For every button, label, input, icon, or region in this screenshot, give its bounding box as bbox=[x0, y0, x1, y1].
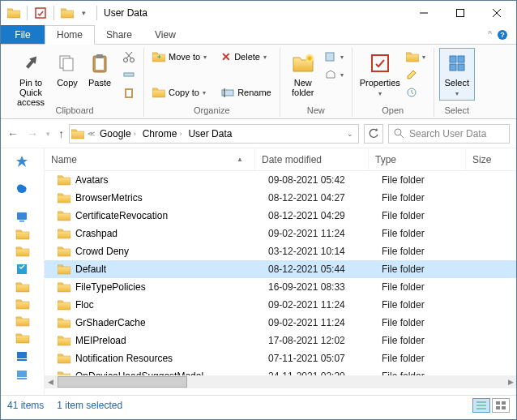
new-item-button[interactable]: ▾ bbox=[321, 48, 347, 66]
svg-line-15 bbox=[126, 52, 131, 58]
table-row[interactable]: Avatars09-08-2021 05:42File folder bbox=[45, 171, 516, 189]
svg-rect-31 bbox=[17, 212, 27, 220]
table-row[interactable]: GrShaderCache09-02-2021 11:24File folder bbox=[45, 314, 516, 332]
column-size[interactable]: Size bbox=[466, 148, 516, 170]
minimize-button[interactable] bbox=[405, 1, 442, 25]
table-row[interactable]: FileTypePolicies16-09-2021 08:33File fol… bbox=[45, 278, 516, 296]
svg-rect-19 bbox=[222, 90, 233, 96]
cut-button[interactable] bbox=[119, 48, 139, 66]
navigation-tree[interactable] bbox=[1, 148, 45, 395]
table-row[interactable]: Default08-12-2021 05:44File folder bbox=[45, 260, 516, 278]
move-to-button[interactable]: Move to ▾ bbox=[149, 48, 210, 66]
qat-properties-icon[interactable] bbox=[34, 6, 47, 19]
svg-rect-36 bbox=[17, 371, 27, 377]
table-row[interactable]: Floc09-02-2021 11:24File folder bbox=[45, 296, 516, 314]
new-group-label: New bbox=[285, 105, 347, 117]
back-button[interactable]: ← bbox=[7, 127, 19, 140]
svg-rect-28 bbox=[458, 64, 464, 71]
svg-point-29 bbox=[395, 129, 401, 135]
history-button[interactable] bbox=[403, 84, 429, 101]
open-button[interactable]: ▾ bbox=[403, 48, 429, 66]
delete-button[interactable]: ✕Delete ▾ bbox=[218, 48, 275, 66]
select-button[interactable]: Select▾ bbox=[439, 48, 475, 101]
status-bar: 41 items 1 item selected bbox=[1, 395, 516, 414]
help-icon[interactable]: ? bbox=[497, 29, 508, 41]
up-button[interactable]: ↑ bbox=[58, 127, 64, 140]
folder-icon bbox=[7, 6, 20, 19]
open-group-label: Open bbox=[357, 105, 429, 117]
address-dropdown-icon[interactable]: ⌄ bbox=[344, 130, 357, 138]
file-tab[interactable]: File bbox=[1, 25, 45, 44]
table-row[interactable]: Notification Resources07-11-2021 05:07Fi… bbox=[45, 349, 516, 367]
clipboard-group-label: Clipboard bbox=[11, 105, 139, 117]
forward-button[interactable]: → bbox=[27, 127, 38, 140]
qat-chevron-icon[interactable]: ▾ bbox=[77, 6, 90, 19]
svg-point-13 bbox=[130, 58, 135, 62]
edit-button[interactable] bbox=[403, 66, 429, 84]
breadcrumb-item[interactable]: Chrome› bbox=[141, 128, 184, 139]
svg-rect-44 bbox=[502, 406, 506, 409]
table-row[interactable]: Crowd Deny03-12-2021 10:14File folder bbox=[45, 242, 516, 260]
horizontal-scrollbar[interactable]: ◀ ▶ bbox=[45, 375, 516, 388]
address-bar[interactable]: ≪ Google› Chrome› User Data ⌄ bbox=[69, 124, 359, 144]
svg-rect-25 bbox=[450, 56, 456, 62]
copy-to-button[interactable]: Copy to ▾ bbox=[149, 84, 210, 101]
thumbnails-view-button[interactable] bbox=[492, 398, 510, 413]
easy-access-button[interactable]: ▾ bbox=[321, 66, 347, 84]
svg-rect-35 bbox=[17, 359, 27, 361]
svg-rect-43 bbox=[496, 406, 500, 409]
close-button[interactable] bbox=[478, 1, 515, 25]
svg-rect-8 bbox=[63, 58, 73, 71]
column-type[interactable]: Type bbox=[369, 148, 466, 170]
search-icon bbox=[394, 128, 404, 139]
tab-share[interactable]: Share bbox=[95, 25, 143, 44]
svg-rect-33 bbox=[17, 264, 27, 274]
svg-rect-26 bbox=[458, 56, 464, 62]
properties-button[interactable]: Properties▾ bbox=[357, 48, 403, 101]
svg-rect-22 bbox=[326, 53, 334, 61]
table-row[interactable]: OnDeviceHeadSuggestModel24-11-2021 02:30… bbox=[45, 367, 516, 375]
folder-icon bbox=[61, 6, 74, 19]
column-name[interactable]: Name▲ bbox=[45, 148, 255, 170]
svg-line-14 bbox=[126, 52, 132, 58]
status-selected: 1 item selected bbox=[57, 400, 122, 411]
refresh-button[interactable] bbox=[364, 124, 383, 144]
ribbon: Pin to Quick access Copy Paste Clipboard… bbox=[1, 45, 516, 119]
details-view-button[interactable] bbox=[472, 398, 490, 413]
window-title: User Data bbox=[104, 7, 147, 19]
table-row[interactable]: Crashpad09-02-2021 11:24File folder bbox=[45, 225, 516, 242]
svg-rect-37 bbox=[17, 378, 27, 379]
ribbon-tabs: File Home Share View ^ ? bbox=[1, 25, 516, 45]
paste-shortcut-button[interactable] bbox=[119, 84, 139, 101]
svg-rect-2 bbox=[456, 10, 464, 17]
recent-locations-button[interactable]: ▾ bbox=[46, 130, 50, 138]
table-row[interactable]: BrowserMetrics08-12-2021 04:27File folde… bbox=[45, 189, 516, 207]
folder-icon bbox=[71, 128, 84, 139]
svg-line-30 bbox=[400, 135, 404, 138]
tab-home[interactable]: Home bbox=[45, 25, 95, 45]
svg-rect-16 bbox=[124, 73, 134, 76]
new-folder-button[interactable]: New folder bbox=[285, 48, 321, 100]
svg-rect-41 bbox=[496, 401, 500, 405]
copy-button[interactable]: Copy bbox=[51, 48, 83, 90]
minimize-ribbon-icon[interactable]: ^ bbox=[488, 30, 492, 39]
table-row[interactable]: CertificateRevocation08-12-2021 04:29Fil… bbox=[45, 207, 516, 225]
svg-rect-42 bbox=[502, 401, 506, 405]
paste-button[interactable]: Paste bbox=[83, 48, 116, 90]
table-row[interactable]: MEIPreload17-08-2021 12:02File folder bbox=[45, 332, 516, 349]
breadcrumb-item[interactable]: User Data bbox=[186, 128, 233, 139]
column-date[interactable]: Date modified bbox=[255, 148, 369, 170]
breadcrumb-item[interactable]: Google› bbox=[98, 128, 138, 139]
rename-button[interactable]: Rename bbox=[218, 84, 275, 101]
file-list: Name▲ Date modified Type Size Avatars09-… bbox=[45, 148, 516, 395]
maximize-button[interactable] bbox=[442, 1, 478, 25]
search-input[interactable]: Search User Data bbox=[388, 124, 510, 144]
svg-point-12 bbox=[124, 58, 128, 62]
column-headers: Name▲ Date modified Type Size bbox=[45, 148, 516, 171]
select-group-label: Select bbox=[439, 105, 475, 117]
pin-quick-access-button[interactable]: Pin to Quick access bbox=[11, 48, 51, 109]
svg-rect-11 bbox=[96, 54, 103, 58]
organize-group-label: Organize bbox=[149, 105, 275, 117]
tab-view[interactable]: View bbox=[143, 25, 187, 44]
copy-path-button[interactable] bbox=[119, 66, 139, 84]
